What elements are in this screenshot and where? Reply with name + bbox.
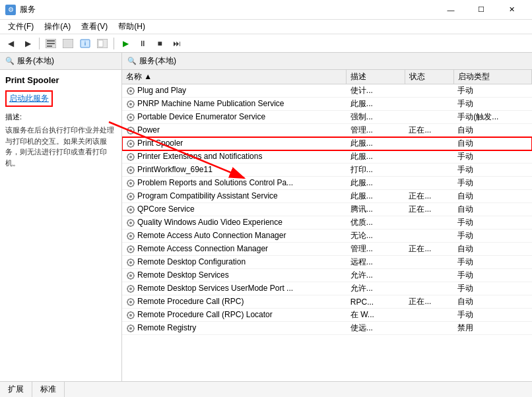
table-row[interactable]: Printer Extensions and Notifications 此服.… bbox=[122, 150, 532, 164]
svg-line-16 bbox=[133, 93, 133, 94]
stop-button[interactable]: ■ bbox=[152, 36, 168, 51]
svg-point-50 bbox=[129, 142, 132, 145]
table-row[interactable]: Remote Registry 使远... 禁用 bbox=[122, 322, 532, 335]
svg-point-130 bbox=[129, 248, 132, 251]
svg-line-25 bbox=[128, 102, 129, 102]
svg-line-45 bbox=[128, 128, 129, 129]
svg-line-28 bbox=[128, 106, 129, 107]
menu-view[interactable]: 查看(V) bbox=[76, 20, 113, 34]
svg-line-175 bbox=[128, 299, 129, 300]
table-row[interactable]: Remote Access Auto Connection Manager 无论… bbox=[122, 229, 532, 243]
tab-standard[interactable]: 标准 bbox=[32, 382, 65, 397]
menu-file[interactable]: 文件(F) bbox=[3, 20, 39, 34]
col-header-name[interactable]: 名称 ▲ bbox=[122, 70, 347, 84]
tab-extended[interactable]: 扩展 bbox=[0, 382, 32, 397]
svg-line-96 bbox=[133, 198, 133, 199]
service-startup: 手动 bbox=[453, 269, 531, 282]
play-button[interactable]: ▶ bbox=[117, 36, 133, 51]
close-button[interactable]: ✕ bbox=[496, 0, 527, 20]
table-row[interactable]: Remote Desktop Services UserMode Port ..… bbox=[122, 282, 532, 295]
toolbar-btn-3[interactable]: i bbox=[77, 36, 93, 51]
service-startup: 手动 bbox=[453, 98, 531, 111]
svg-point-150 bbox=[129, 274, 132, 277]
maximize-button[interactable]: ☐ bbox=[466, 0, 496, 20]
svg-line-148 bbox=[128, 264, 129, 265]
restart-button[interactable]: ⏭ bbox=[169, 36, 185, 51]
col-header-startup[interactable]: 启动类型 bbox=[453, 70, 531, 84]
svg-line-187 bbox=[133, 313, 133, 313]
service-startup: 手动 bbox=[453, 256, 531, 269]
toolbar-btn-4[interactable] bbox=[94, 36, 110, 51]
table-row[interactable]: Remote Desktop Configuration 远程... 手动 bbox=[122, 256, 532, 269]
right-panel-header: 🔍 服务(本地) bbox=[122, 53, 532, 70]
table-row[interactable]: PNRP Machine Name Publication Service 此服… bbox=[122, 98, 532, 111]
svg-rect-8 bbox=[98, 40, 103, 47]
svg-line-176 bbox=[133, 304, 133, 305]
table-row[interactable]: Remote Desktop Services 允许... 手动 bbox=[122, 269, 532, 282]
svg-point-40 bbox=[129, 129, 132, 132]
svg-line-75 bbox=[128, 168, 129, 168]
svg-rect-4 bbox=[63, 39, 73, 48]
service-startup: 手动 bbox=[453, 177, 531, 190]
svg-line-48 bbox=[128, 133, 129, 133]
svg-line-67 bbox=[133, 154, 133, 155]
service-name: PNRP Machine Name Publication Service bbox=[122, 98, 347, 111]
menu-help[interactable]: 帮助(H) bbox=[113, 20, 150, 34]
toolbar-btn-2[interactable] bbox=[60, 36, 76, 51]
table-row[interactable]: Problem Reports and Solutions Control Pa… bbox=[122, 177, 532, 190]
service-status bbox=[405, 98, 453, 111]
svg-line-178 bbox=[128, 304, 129, 305]
menu-bar: 文件(F) 操作(A) 查看(V) 帮助(H) bbox=[0, 20, 532, 34]
table-row[interactable]: Portable Device Enumerator Service 强制...… bbox=[122, 111, 532, 124]
service-status: 正在... bbox=[405, 203, 453, 216]
table-row[interactable]: PrintWorkflow_69e11 打印... 手动 bbox=[122, 164, 532, 177]
svg-line-167 bbox=[133, 286, 133, 287]
pause-button[interactable]: ⏸ bbox=[135, 36, 150, 51]
minimize-button[interactable]: — bbox=[436, 0, 466, 20]
table-row[interactable]: Program Compatibility Assistant Service … bbox=[122, 190, 532, 203]
service-startup: 手动 bbox=[453, 216, 531, 229]
col-header-desc[interactable]: 描述 bbox=[347, 70, 405, 84]
service-name: Remote Procedure Call (RPC) bbox=[122, 295, 347, 309]
svg-line-35 bbox=[128, 115, 129, 115]
svg-line-47 bbox=[133, 128, 133, 129]
separator-2 bbox=[114, 38, 114, 49]
forward-button[interactable]: ▶ bbox=[20, 36, 36, 51]
service-name: Problem Reports and Solutions Control Pa… bbox=[122, 177, 347, 190]
service-startup: 禁用 bbox=[453, 322, 531, 335]
table-row[interactable]: Remote Access Connection Manager 管理... 正… bbox=[122, 243, 532, 256]
col-header-status[interactable]: 状态 bbox=[405, 70, 453, 84]
svg-line-198 bbox=[128, 330, 129, 331]
services-table[interactable]: 名称 ▲ 描述 状态 启动类型 Plug and Play 使计... 手动 P… bbox=[122, 70, 532, 381]
table-row[interactable]: Power 管理... 正在... 自动 bbox=[122, 124, 532, 137]
svg-line-76 bbox=[133, 172, 133, 173]
table-row[interactable]: Remote Procedure Call (RPC) Locator 在 W.… bbox=[122, 309, 532, 322]
table-row[interactable]: Plug and Play 使计... 手动 bbox=[122, 84, 532, 98]
menu-action[interactable]: 操作(A) bbox=[39, 20, 76, 34]
table-row[interactable]: Quality Windows Audio Video Experience 优… bbox=[122, 216, 532, 229]
toolbar-btn-1[interactable] bbox=[43, 36, 59, 51]
service-startup: 手动 bbox=[453, 84, 531, 98]
table-row[interactable]: QPCore Service 腾讯... 正在... 自动 bbox=[122, 203, 532, 216]
table-row[interactable]: Print Spooler 此服... 自动 bbox=[122, 137, 532, 150]
svg-line-17 bbox=[133, 88, 133, 89]
service-name: Program Compatibility Assistant Service bbox=[122, 190, 347, 203]
right-panel-header-text: 服务(本地) bbox=[139, 55, 176, 67]
svg-line-126 bbox=[133, 238, 133, 239]
svg-point-170 bbox=[129, 301, 132, 303]
table-row[interactable]: Remote Procedure Call (RPC) RPC... 正在...… bbox=[122, 295, 532, 309]
service-startup: 自动 bbox=[453, 124, 531, 137]
svg-line-118 bbox=[128, 225, 129, 226]
back-button[interactable]: ◀ bbox=[3, 36, 18, 51]
service-name: Remote Access Connection Manager bbox=[122, 243, 347, 256]
service-name: Print Spooler bbox=[122, 137, 347, 150]
svg-line-156 bbox=[133, 278, 133, 278]
separator-1 bbox=[39, 38, 40, 49]
service-status bbox=[405, 137, 453, 150]
svg-line-185 bbox=[128, 313, 129, 313]
service-status bbox=[405, 309, 453, 322]
service-desc: 此服... bbox=[347, 150, 405, 164]
service-desc: 使计... bbox=[347, 84, 405, 98]
description-text: 该服务在后台执行打印作业并处理与打印机的交互。如果关闭该服务，则无法进行打印或查… bbox=[5, 125, 116, 168]
start-service-button[interactable]: 启动此服务 bbox=[5, 90, 53, 107]
